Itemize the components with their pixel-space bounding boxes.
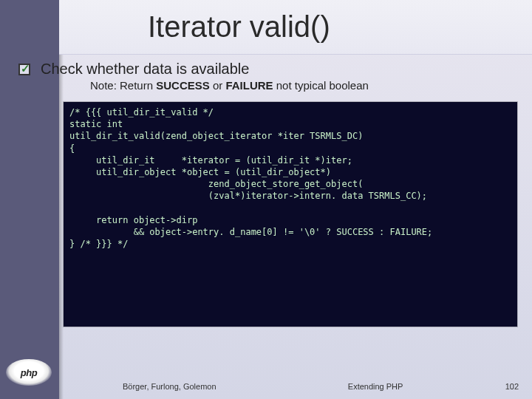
- code-block: /* {{{ util_dir_it_valid */ static int u…: [64, 102, 517, 327]
- note-mid: or: [210, 79, 226, 92]
- bullet-row: Check whether data is available: [18, 61, 532, 78]
- bullet-text: Check whether data is available: [41, 61, 249, 78]
- footer-authors: Börger, Furlong, Golemon: [123, 382, 216, 391]
- note-keyword-success: SUCCESS: [156, 79, 210, 92]
- checkbox-checked-icon: [18, 64, 30, 75]
- slide-title: Iterator valid(): [148, 10, 330, 44]
- note-keyword-failure: FAILURE: [225, 79, 273, 92]
- slide-body: Check whether data is available Note: Re…: [59, 55, 532, 327]
- slide: php Iterator valid() Check whether data …: [0, 0, 532, 399]
- note-prefix: Note: Return: [90, 79, 156, 92]
- php-logo: php: [6, 359, 52, 386]
- footer-page-number: 102: [505, 382, 525, 391]
- note-line: Note: Return SUCCESS or FAILURE not typi…: [90, 79, 532, 92]
- footer: Börger, Furlong, Golemon Extending PHP 1…: [123, 380, 525, 393]
- note-suffix: not typical boolean: [273, 79, 369, 92]
- footer-title: Extending PHP: [216, 382, 505, 391]
- title-bar: Iterator valid(): [59, 0, 532, 55]
- php-logo-text: php: [21, 367, 37, 378]
- main-content: Iterator valid() Check whether data is a…: [59, 0, 532, 399]
- sidebar: php: [0, 0, 59, 399]
